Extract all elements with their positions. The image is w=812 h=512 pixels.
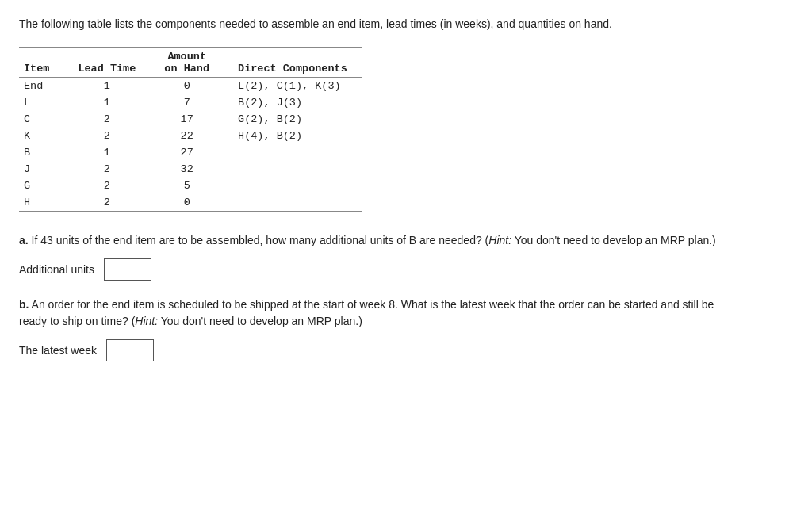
latest-week-input[interactable] — [106, 339, 154, 361]
col4-header-blank — [224, 48, 362, 63]
cell-on-hand: 5 — [150, 178, 224, 194]
cell-direct-components — [224, 194, 362, 212]
cell-lead-time: 2 — [63, 128, 150, 144]
question-a-answer-row: Additional units — [19, 258, 733, 281]
table-header-row2: Item Lead Time on Hand Direct Components — [19, 63, 362, 78]
cell-direct-components: B(2), J(3) — [224, 94, 362, 111]
question-a-section: a. If 43 units of the end item are to be… — [19, 232, 733, 281]
cell-lead-time: 1 — [63, 78, 150, 95]
table-row: J232 — [19, 161, 362, 178]
table-row: B127 — [19, 144, 362, 161]
question-b-answer-row: The latest week — [19, 339, 733, 361]
table-row: C217G(2), B(2) — [19, 111, 362, 128]
col1-header-blank — [19, 48, 63, 63]
cell-direct-components: G(2), B(2) — [224, 111, 362, 128]
cell-lead-time: 2 — [63, 111, 150, 128]
question-a-text2: You don't need to develop an MRP plan.) — [511, 234, 716, 246]
intro-paragraph: The following table lists the components… — [19, 16, 733, 32]
latest-week-label: The latest week — [19, 344, 97, 357]
col2-header: Lead Time — [63, 63, 150, 78]
cell-direct-components — [224, 161, 362, 178]
col1-header: Item — [19, 63, 63, 78]
cell-item: B — [19, 144, 63, 161]
cell-on-hand: 7 — [150, 94, 224, 111]
question-b-hint: Hint: — [135, 315, 158, 327]
cell-item: End — [19, 78, 63, 95]
data-table: Amount Item Lead Time on Hand Direct Com… — [19, 47, 362, 212]
table-row: G25 — [19, 178, 362, 194]
cell-lead-time: 2 — [63, 178, 150, 194]
question-a-bold-label: a. — [19, 234, 29, 246]
table-header-row1: Amount — [19, 48, 362, 63]
cell-on-hand: 0 — [150, 78, 224, 95]
col4-header: Direct Components — [224, 63, 362, 78]
question-a-text1: If 43 units of the end item are to be as… — [29, 234, 489, 246]
table-row: End10L(2), C(1), K(3) — [19, 78, 362, 95]
cell-item: H — [19, 194, 63, 212]
cell-item: G — [19, 178, 63, 194]
cell-direct-components: H(4), B(2) — [224, 128, 362, 144]
question-b-bold-label: b. — [19, 298, 29, 311]
cell-item: C — [19, 111, 63, 128]
cell-on-hand: 0 — [150, 194, 224, 212]
cell-on-hand: 27 — [150, 144, 224, 161]
question-a-text: a. If 43 units of the end item are to be… — [19, 232, 733, 249]
table-row: L17B(2), J(3) — [19, 94, 362, 111]
cell-on-hand: 17 — [150, 111, 224, 128]
cell-direct-components: L(2), C(1), K(3) — [224, 78, 362, 95]
question-b-section: b. An order for the end item is schedule… — [19, 296, 733, 361]
cell-on-hand: 22 — [150, 128, 224, 144]
cell-on-hand: 32 — [150, 161, 224, 178]
cell-item: L — [19, 94, 63, 111]
cell-lead-time: 2 — [63, 161, 150, 178]
cell-direct-components — [224, 144, 362, 161]
cell-item: J — [19, 161, 63, 178]
question-b-text2: You don't need to develop an MRP plan.) — [158, 315, 362, 327]
col2-header-blank — [63, 48, 150, 63]
additional-units-label: Additional units — [19, 263, 94, 276]
cell-direct-components — [224, 178, 362, 194]
table-row: K222H(4), B(2) — [19, 128, 362, 144]
table-row: H20 — [19, 194, 362, 212]
question-b-text: b. An order for the end item is schedule… — [19, 296, 733, 330]
col3-header-amount: Amount — [150, 48, 224, 63]
cell-item: K — [19, 128, 63, 144]
additional-units-input[interactable] — [104, 258, 151, 281]
question-b-text1: An order for the end item is scheduled t… — [19, 298, 714, 327]
cell-lead-time: 1 — [63, 94, 150, 111]
cell-lead-time: 1 — [63, 144, 150, 161]
cell-lead-time: 2 — [63, 194, 150, 212]
col3-header: on Hand — [150, 63, 224, 78]
question-a-hint: Hint: — [488, 234, 511, 246]
